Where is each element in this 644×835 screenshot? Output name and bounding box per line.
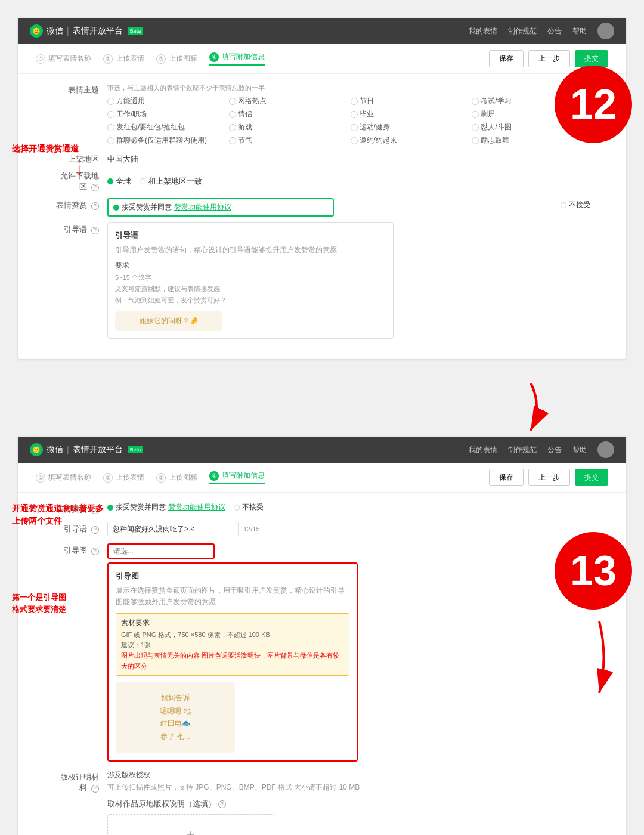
topic-item[interactable]: 毕业 (351, 109, 469, 119)
reward-link-1[interactable]: 赞赏功能使用协议 (174, 202, 231, 212)
prev-button-2[interactable]: 上一步 (528, 469, 570, 486)
nav-avatar-1[interactable] (597, 23, 614, 39)
nav-help-1[interactable]: 帮助 (572, 26, 587, 36)
reward-options[interactable]: 接受赞赏并同意 赞赏功能使用协议 (107, 198, 334, 217)
guide-preview: 姐妹它的问呀？🤌 (115, 311, 222, 331)
guide-requirements-title: 要求 (115, 261, 386, 271)
nav-rules-2[interactable]: 制作规范 (508, 445, 537, 455)
download-row: 允许下载地区 ? 全球 和上架地区一致 (54, 171, 590, 192)
topic-item[interactable]: 工作/职场 (107, 109, 226, 119)
reward-link-2[interactable]: 赞赏功能使用协议 (168, 502, 225, 512)
shelf-row: 上架地区 中国大陆 (54, 154, 590, 165)
nav-notice-1[interactable]: 公告 (547, 26, 562, 36)
annotation-main-text: 开通赞赏通道意味着要多上传两个文件 (12, 502, 107, 527)
guide-box-title: 引导语 (115, 230, 386, 241)
guide-image-label: 引导图 ? (54, 543, 107, 556)
nav-avatar-2[interactable] (597, 441, 614, 458)
topic-item[interactable]: 游戏 (229, 122, 348, 132)
topic-item[interactable]: 网络热点 (229, 96, 348, 106)
guide-image-box: 引导图 展示在选择赞赏金额页面的图片，用于吸引用户发赞赏，精心设计的引导图能够激… (107, 562, 358, 762)
guide-label: 引导语 ? (54, 222, 107, 235)
step-1-4[interactable]: ④ 填写附加信息 (209, 52, 265, 66)
save-button-1[interactable]: 保存 (489, 50, 524, 67)
nav-bar-2: 🙂 微信 | 表情开放平台 Beta 我的表情 制作规范 公告 帮助 (18, 437, 626, 463)
reward-row-2: 表情赞赏 ? 接受赞赏并同意 赞赏功能使用协议 不接受 (54, 502, 590, 515)
guide-image-box-title: 引导图 (116, 571, 349, 582)
theme-hint: 审选，与主题相关的表情个数应不少于表情总数的一半 (107, 84, 590, 92)
nav-logo-2: 🙂 微信 | 表情开放平台 Beta (30, 443, 143, 456)
down-arrow-2 (584, 621, 614, 693)
guide-req-title: 素材要求 (121, 617, 344, 629)
save-button-2[interactable]: 保存 (489, 469, 524, 486)
guide-row: 引导语 ? 引导语 引导用户发赞赏的语句，精心设计的引导语能够提升用户发赞赏的意… (54, 222, 590, 339)
step-2-3[interactable]: ③ 上传图标 (156, 472, 197, 483)
nav-my-sticker-1[interactable]: 我的表情 (469, 26, 497, 36)
nav-help-2[interactable]: 帮助 (572, 445, 587, 455)
shelf-value: 中国大陆 (107, 154, 138, 165)
guide-image-input[interactable] (107, 543, 215, 559)
nav-rules-1[interactable]: 制作规范 (508, 26, 537, 36)
guide-box: 引导语 引导用户发赞赏的语句，精心设计的引导语能够提升用户发赞赏的意愿 要求 5… (107, 222, 394, 339)
copyright-label: 版权证明材料 ? (54, 770, 107, 793)
guide-box-desc: 引导用户发赞赏的语句，精心设计的引导语能够提升用户发赞赏的意愿 (115, 245, 386, 256)
topic-item[interactable]: 发红包/要红包/抢红包 (107, 122, 226, 132)
step-1-1[interactable]: ① 填写表情名称 (36, 54, 91, 64)
copyright-upload-desc: 可上传扫描件或照片，支持 JPG、PNG、BMP、PDF 格式 大小请不超过 1… (107, 783, 590, 793)
upload-area[interactable]: + 点击上传或文件拖放到这里 (107, 814, 274, 835)
circle-12: 12 (555, 66, 632, 143)
nav-notice-2[interactable]: 公告 (547, 445, 562, 455)
theme-row: 表情主题 审选，与主题相关的表情个数应不少于表情总数的一半 万能通用 网络热点 … (54, 84, 590, 146)
guide-image-box-desc: 展示在选择赞赏金额页面的图片，用于吸引用户发赞赏，精心设计的引导图能够激励外用户… (116, 585, 349, 608)
submit-button-2[interactable]: 提交 (575, 469, 608, 486)
copyright-origin-label: 取材作品原地版权说明（选填） (107, 799, 216, 809)
topic-item[interactable]: 节气 (229, 135, 348, 146)
step-1-3[interactable]: ③ 上传图标 (156, 54, 197, 64)
guide-text-row: 引导语 ? 12/15 (54, 522, 590, 536)
guide-req-text: GIF 或 PNG 格式，750 ×580 像素，不超过 100 KB建议：1张 (121, 630, 344, 651)
down-arrow-1 (513, 383, 549, 431)
nav-my-sticker-2[interactable]: 我的表情 (469, 445, 497, 455)
topic-item[interactable]: 运动/健身 (351, 122, 469, 132)
guide-requirements: 5~15 个汉字 文案可流露幽默，建议与表情接发感 例：气泡到姐姐可爱，发个赞赏… (115, 272, 386, 305)
reward-label: 表情赞赏 ? (54, 198, 107, 211)
steps-bar-2: ① 填写表情名称 ② 上传表情 ③ 上传图标 ④ 填写附加信息 保存 上一步 (18, 463, 626, 493)
submit-button-1[interactable]: 提交 (575, 50, 608, 67)
circle-13: 13 (555, 532, 632, 610)
topic-item[interactable]: 万能通用 (107, 96, 226, 106)
step-2-1[interactable]: ① 填写表情名称 (36, 472, 91, 483)
copyright-desc: 涉及版权授权 (107, 770, 590, 780)
theme-label: 表情主题 (54, 84, 107, 95)
step-1-2[interactable]: ② 上传表情 (103, 54, 144, 64)
topic-item[interactable]: 情侣 (229, 109, 348, 119)
reward-row: 表情赞赏 ? 接受赞赏并同意 赞赏功能使用协议 (54, 198, 590, 217)
annotation-label1: 第一个是引导图 (12, 592, 95, 604)
guide-warn: 图片出现与表情无关的内容 图片色调要活泼明快，图片背景与微信是各有较大的区分 (121, 651, 344, 672)
preview-text: 姐妹它的问呀？🤌 (120, 316, 218, 326)
topic-item[interactable]: 邀约/约起来 (351, 135, 469, 146)
step-2-2[interactable]: ② 上传表情 (103, 472, 144, 483)
topic-item[interactable]: 群聊必备(仅适用群聊内使用) (107, 135, 226, 146)
nav-bar-1: 🙂 微信 | 表情开放平台 Beta 我的表情 制作规范 公告 帮助 (18, 18, 626, 44)
nav-logo-1: 🙂 微信 | 表情开放平台 Beta (30, 24, 143, 38)
prev-button-1[interactable]: 上一步 (528, 50, 570, 67)
steps-bar-1: ① 填写表情名称 ② 上传表情 ③ 上传图标 ④ 填写附加信息 保存 上一步 (18, 44, 626, 74)
guide-text-input[interactable] (107, 522, 239, 536)
step-2-4[interactable]: ④ 填写附加信息 (209, 471, 265, 484)
guide-sticker-preview: 妈妈告诉 嗯嗯嗯 地 红田电🐟 参了 七... (116, 682, 235, 753)
annotation-text-1: 选择开通赞赏通道 (12, 143, 83, 155)
guide-image-row: 引导图 ? 引导图 展示在选择赞赏金额页面的图片，用于吸引用户发赞赏，精心设计的… (54, 543, 590, 762)
topic-item[interactable]: 节日 (351, 96, 469, 106)
copyright-row: 版权证明材料 ? 涉及版权授权 可上传扫描件或照片，支持 JPG、PNG、BMP… (54, 770, 590, 835)
annotation-label2: 格式要求要清楚 (12, 604, 95, 616)
